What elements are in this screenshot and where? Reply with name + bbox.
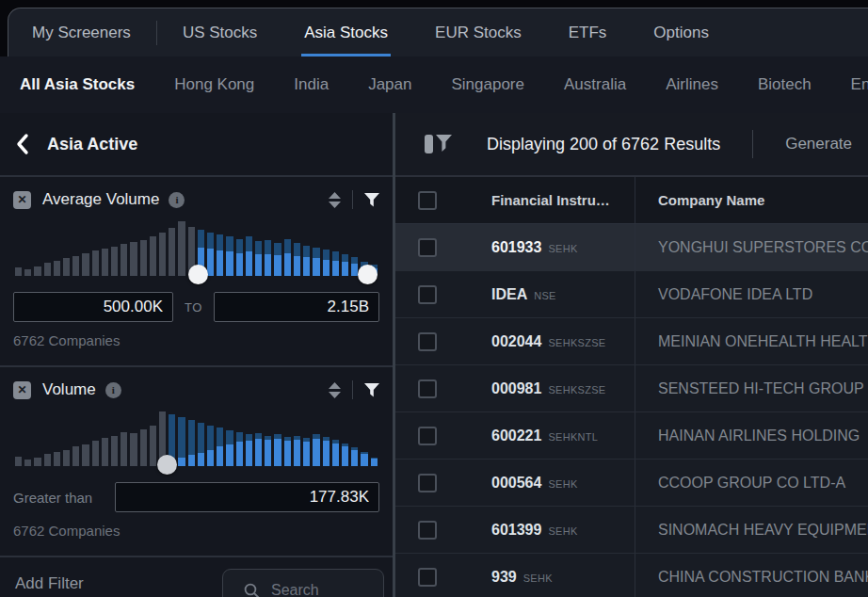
histogram-bar-selected-fill — [178, 458, 185, 466]
greater-than-input[interactable] — [115, 482, 379, 512]
subtab-airlines[interactable]: Airlines — [646, 75, 738, 94]
histogram-bar — [159, 233, 166, 276]
column-header-company[interactable]: Company Name — [635, 177, 868, 223]
add-filter-button[interactable]: Add Filter — [15, 574, 84, 593]
range-slider-handle[interactable] — [358, 265, 378, 284]
histogram-bar — [255, 241, 262, 276]
sort-icon[interactable] — [329, 192, 341, 208]
subtab-singapore[interactable]: Singapore — [431, 75, 544, 94]
tab-divider — [156, 21, 157, 45]
histogram-bar — [303, 438, 310, 466]
row-checkbox[interactable] — [418, 474, 437, 492]
filter-funnel-icon[interactable] — [364, 383, 379, 397]
histogram-bar — [54, 452, 60, 466]
subtab-biotech[interactable]: Biotech — [738, 75, 831, 94]
instrument-cell: 601933SEHK — [473, 239, 635, 256]
histogram-bar — [371, 458, 378, 466]
histogram-bar-selected-fill — [217, 250, 223, 276]
results-summary: Displaying 200 of 6762 Results — [487, 135, 720, 154]
table-row[interactable]: 601933SEHKYONGHUI SUPERSTORES CO — [395, 224, 868, 271]
filter-search-button[interactable]: Search — [222, 569, 384, 597]
subtab-energy[interactable]: Energy — [831, 75, 868, 94]
histogram-bar — [226, 430, 233, 466]
region-sub-nav: All Asia StocksHong KongIndiaJapanSingap… — [0, 56, 868, 115]
instrument-cell: 939SEHK — [473, 569, 635, 586]
table-row[interactable]: 000981SEHKSZSESENSTEED HI-TECH GROUP C — [395, 365, 868, 412]
histogram-bar — [217, 428, 223, 466]
tab-us-stocks[interactable]: US Stocks — [159, 8, 281, 57]
histogram-bar — [188, 420, 195, 466]
subtab-hong-kong[interactable]: Hong Kong — [154, 75, 274, 94]
table-row[interactable]: IDEANSEVODAFONE IDEA LTD — [395, 271, 868, 318]
select-all-cell — [395, 191, 473, 210]
range-slider-handle[interactable] — [157, 455, 177, 475]
tab-asia-stocks[interactable]: Asia Stocks — [281, 8, 411, 57]
histogram-bar-selected-fill — [284, 441, 291, 466]
min-value-input[interactable] — [13, 292, 173, 322]
row-checkbox[interactable] — [418, 332, 437, 351]
histogram-bar — [294, 436, 300, 466]
table-row[interactable]: 600221SEHKNTLHAINAN AIRLINES HOLDING — [395, 412, 868, 460]
subtab-india[interactable]: India — [274, 75, 348, 94]
histogram-bar — [15, 457, 22, 466]
histogram-bar-selected-fill — [313, 439, 319, 466]
table-row[interactable]: 002044SEHKSZSEMEINIAN ONEHEALTH HEALTH — [395, 318, 868, 365]
histogram-bar — [255, 433, 262, 466]
info-icon[interactable]: i — [105, 382, 121, 398]
select-all-checkbox[interactable] — [418, 191, 437, 210]
column-header-instrument[interactable]: Financial Instru… — [473, 192, 635, 209]
tab-eur-stocks[interactable]: EUR Stocks — [411, 8, 545, 57]
sort-icon[interactable] — [329, 382, 341, 398]
top-tab-bar: My ScreenersUS StocksAsia StocksEUR Stoc… — [8, 8, 868, 57]
row-checkbox[interactable] — [418, 238, 437, 257]
subtab-all-asia-stocks[interactable]: All Asia Stocks — [0, 75, 154, 94]
histogram-bar — [207, 233, 214, 276]
row-checkbox[interactable] — [418, 285, 437, 304]
histogram-bar-selected-fill — [313, 258, 319, 276]
histogram-bar — [246, 236, 252, 276]
tab-options[interactable]: Options — [630, 8, 732, 57]
company-cell: HAINAN AIRLINES HOLDING — [635, 412, 868, 459]
histogram-bar-selected-fill — [236, 253, 243, 276]
histogram-bar — [111, 247, 118, 276]
tab-etfs[interactable]: ETFs — [545, 8, 631, 57]
row-checkbox[interactable] — [418, 568, 437, 587]
range-slider-handle[interactable] — [188, 265, 208, 284]
table-row[interactable]: 000564SEHKCCOOP GROUP CO LTD-A — [395, 460, 868, 507]
histogram-bar — [169, 228, 175, 276]
header-divider — [352, 380, 353, 399]
table-row[interactable]: 601399SEHKSINOMACH HEAVY EQUIPMEN — [395, 507, 868, 554]
histogram-bar-selected-fill — [342, 262, 348, 276]
max-value-input[interactable] — [214, 292, 379, 322]
remove-filter-icon[interactable]: ✕ — [13, 191, 31, 209]
greater-than-label: Greater than — [13, 490, 115, 506]
histogram-bar-selected-fill — [207, 249, 214, 276]
histogram-bar — [313, 434, 319, 466]
histogram-bar-selected-fill — [294, 440, 300, 466]
histogram-bar-selected-fill — [198, 453, 204, 466]
row-checkbox[interactable] — [418, 379, 437, 398]
histogram-bar-selected-fill — [246, 251, 252, 276]
histogram-bar — [342, 254, 348, 276]
filter-results-icon — [424, 132, 453, 156]
row-checkbox[interactable] — [418, 427, 437, 445]
tab-my-screeners[interactable]: My Screeners — [8, 8, 154, 57]
subtab-japan[interactable]: Japan — [348, 75, 431, 94]
filter-funnel-icon[interactable] — [364, 193, 379, 207]
remove-filter-icon[interactable]: ✕ — [13, 381, 31, 399]
company-name: SENSTEED HI-TECH GROUP C — [658, 380, 868, 397]
histogram-bar-selected-fill — [351, 450, 358, 466]
histogram-bar — [246, 434, 252, 466]
row-checkbox[interactable] — [418, 521, 437, 540]
info-icon[interactable]: i — [169, 192, 185, 208]
instrument-cell: 601399SEHK — [473, 522, 635, 539]
histogram-bar — [121, 244, 127, 276]
generate-button[interactable]: Generate — [785, 135, 852, 153]
company-cell: YONGHUI SUPERSTORES CO — [635, 224, 868, 270]
instrument-cell: 000564SEHK — [473, 475, 635, 492]
subtab-australia[interactable]: Australia — [544, 75, 646, 94]
back-chevron-icon[interactable] — [15, 132, 40, 156]
range-inputs-row: TO — [13, 292, 379, 322]
histogram-bar-selected-fill — [303, 442, 310, 466]
table-row[interactable]: 939SEHKCHINA CONSTRUCTION BANK — [395, 554, 868, 597]
